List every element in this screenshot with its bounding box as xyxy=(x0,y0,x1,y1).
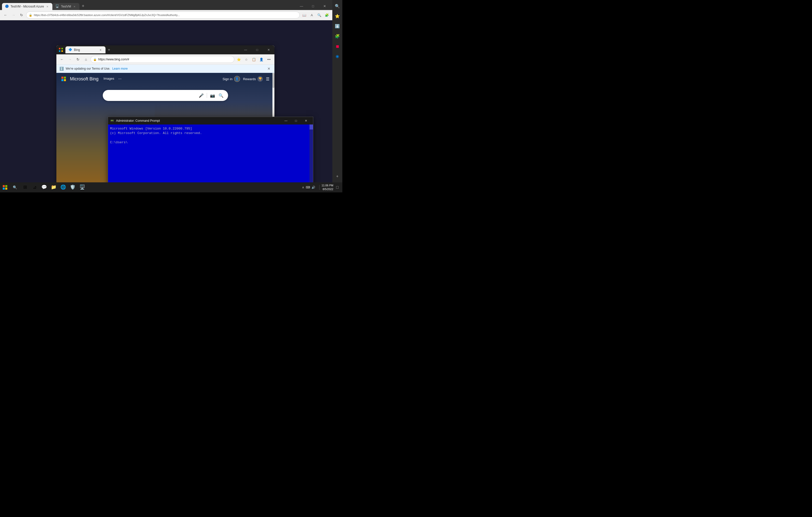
inner-tab-label-bing: Bing xyxy=(74,48,80,52)
bing-logo-squares xyxy=(61,77,66,81)
outer-minimize-button[interactable]: — xyxy=(296,2,307,10)
cmd-minimize-button[interactable]: — xyxy=(281,117,291,124)
outer-browser-window: 🔵 TestVM - Microsoft Azure ✕ 🖥️ TestVM ✕… xyxy=(0,0,332,192)
bing-voice-search-button[interactable]: 🎤 xyxy=(198,92,204,98)
taskbar-task-view-button[interactable]: ⊞ xyxy=(21,182,30,192)
sidebar-office-button[interactable]: ◼ xyxy=(333,42,341,50)
taskbar-edge-button[interactable]: 🌐 xyxy=(59,182,68,192)
cmd-titlebar: 📟 Administrator: Command Prompt — □ ✕ xyxy=(108,117,313,124)
outer-new-tab-button[interactable]: + xyxy=(80,2,86,9)
outer-search-icon[interactable]: 🔍 xyxy=(316,11,323,19)
inner-tab-favicon-bing: 🔷 xyxy=(68,48,72,52)
bing-header-right: Sign in 👤 Rewards 🏆 ☰ xyxy=(223,76,269,82)
outer-url-bar[interactable]: 🔒 https://bst-c375b4cb-e48d-b6ba3dc52fbf… xyxy=(26,11,300,19)
sidebar-favorites-button[interactable]: ⭐ xyxy=(333,12,341,20)
taskbar-widgets-button[interactable]: ⊿ xyxy=(30,182,39,192)
terminal-icon: 🖥️ xyxy=(79,184,85,190)
taskbar-edge-icon: 🌐 xyxy=(60,184,66,190)
windows-logo xyxy=(3,185,7,190)
notification-close-button[interactable]: ✕ xyxy=(266,66,271,71)
taskbar-chat-button[interactable]: 💬 xyxy=(39,182,49,192)
start-button[interactable] xyxy=(0,182,10,192)
inner-minimize-button[interactable]: — xyxy=(240,46,251,54)
taskbar-store-button[interactable]: 🛡️ xyxy=(68,182,77,192)
bing-rewards-icon: 🏆 xyxy=(257,76,263,82)
bing-image-search-button[interactable]: 📷 xyxy=(209,92,215,98)
file-explorer-icon: 📁 xyxy=(51,184,57,190)
inner-back-button[interactable]: ← xyxy=(58,56,65,63)
cmd-close-button[interactable]: ✕ xyxy=(301,117,311,124)
bing-logo-text: Microsoft Bing xyxy=(70,77,98,82)
sidebar-edge-button[interactable]: ◉ xyxy=(333,52,341,60)
inner-tab-close-bing[interactable]: ✕ xyxy=(98,48,103,52)
outer-back-button[interactable]: ← xyxy=(2,11,9,19)
taskbar-right-area: ∧ ⌨ 🔊 11:06 PM 8/5/2022 □ xyxy=(300,184,342,191)
outer-extensions-icon[interactable]: 🧩 xyxy=(323,11,330,19)
cmd-line-3 xyxy=(110,135,311,140)
bing-nav-images[interactable]: Images xyxy=(104,77,114,81)
cmd-line-2: (c) Microsoft Corporation. All rights re… xyxy=(110,131,311,135)
sidebar-search-button[interactable]: 🔍 xyxy=(333,2,341,10)
bing-rewards-text: Rewards xyxy=(243,77,256,81)
bing-signin-button[interactable]: Sign in 👤 xyxy=(223,76,240,82)
outer-close-button[interactable]: ✕ xyxy=(319,2,330,10)
bing-signin-avatar: 👤 xyxy=(234,76,240,82)
inner-refresh-button[interactable]: ↻ xyxy=(75,56,82,63)
system-tray-expand[interactable]: ∧ xyxy=(302,186,304,189)
cmd-title: Administrator: Command Prompt xyxy=(116,119,279,122)
outer-maximize-button[interactable]: □ xyxy=(307,2,319,10)
outer-tab-label-testvm: TestVM xyxy=(61,5,71,8)
cmd-maximize-button[interactable]: □ xyxy=(291,117,301,124)
sidebar-add-button[interactable]: + xyxy=(333,172,341,180)
cmd-line-1: Microsoft Windows [Version 10.0.22000.79… xyxy=(110,126,311,131)
inner-browser-toolbar: ← → ↻ ⌂ 🔒 https://www.bing.com/# ⭐ ☆ 📋 👤… xyxy=(56,54,274,65)
inner-close-button[interactable]: ✕ xyxy=(263,46,274,54)
show-desktop-button[interactable]: □ xyxy=(334,184,340,190)
sidebar-downloads-button[interactable]: ⬇️ xyxy=(333,22,341,30)
inner-maximize-button[interactable]: □ xyxy=(251,46,263,54)
outer-tab-testvm-azure[interactable]: 🔵 TestVM - Microsoft Azure ✕ xyxy=(2,3,52,10)
outer-tab-close-azure[interactable]: ✕ xyxy=(46,4,49,8)
outer-tab-bar: 🔵 TestVM - Microsoft Azure ✕ 🖥️ TestVM ✕… xyxy=(0,0,332,10)
widgets-icon: ⊿ xyxy=(32,184,37,190)
inner-forward-button[interactable]: → xyxy=(66,56,74,63)
svg-rect-10 xyxy=(61,50,63,52)
taskbar-file-explorer-button[interactable]: 📁 xyxy=(49,182,58,192)
inner-account-icon[interactable]: 👤 xyxy=(258,56,265,63)
taskbar-search-button[interactable]: 🔍 xyxy=(11,184,19,191)
bing-rewards-button[interactable]: Rewards 🏆 xyxy=(243,76,263,82)
bing-nav-more[interactable]: ··· xyxy=(118,77,121,81)
sidebar-extensions-button[interactable]: 🧩 xyxy=(333,32,341,40)
outer-url-text: https://bst-c375b4cb-e48d-b6ba3dc52fbf.b… xyxy=(34,13,180,17)
outer-tab-close-testvm[interactable]: ✕ xyxy=(72,4,77,8)
outer-refresh-button[interactable]: ↻ xyxy=(18,11,25,19)
store-icon: 🛡️ xyxy=(70,184,76,190)
svg-rect-9 xyxy=(59,50,60,52)
inner-collections-icon[interactable]: 📋 xyxy=(250,56,257,63)
inner-add-favorites-icon[interactable]: ☆ xyxy=(243,56,250,63)
volume-icon[interactable]: 🔊 xyxy=(312,186,315,189)
chat-icon: 💬 xyxy=(41,184,47,190)
bing-signin-text: Sign in xyxy=(223,77,233,81)
inner-tab-bing[interactable]: 🔷 Bing ✕ xyxy=(65,46,106,53)
task-view-icon: ⊞ xyxy=(22,184,28,190)
outer-reading-icon[interactable]: 📖 xyxy=(301,11,308,19)
inner-new-tab-button[interactable]: + xyxy=(106,46,113,53)
bing-search-button[interactable]: 🔍 xyxy=(218,92,224,98)
notification-learn-more-link[interactable]: Learn more xyxy=(112,67,127,70)
inner-browser-chrome: 🔷 Bing ✕ + — □ ✕ xyxy=(56,45,274,54)
inner-url-bar[interactable]: 🔒 https://www.bing.com/# xyxy=(90,56,234,63)
taskbar-terminal-button[interactable]: 🖥️ xyxy=(78,182,87,192)
inner-settings-icon[interactable]: ••• xyxy=(265,56,272,63)
desktop: Recycle Bin Microsoft Edge 🔵 Test xyxy=(0,0,342,192)
bing-search-input[interactable] xyxy=(107,93,195,97)
inner-home-button[interactable]: ⌂ xyxy=(83,56,89,63)
bing-menu-button[interactable]: ☰ xyxy=(266,77,269,82)
keyboard-icon[interactable]: ⌨ xyxy=(306,186,310,189)
outer-translate-icon[interactable]: A xyxy=(308,11,315,19)
inner-favorites-icon[interactable]: ⭐ xyxy=(235,56,242,63)
svg-rect-8 xyxy=(61,48,63,49)
outer-tab-testvm[interactable]: 🖥️ TestVM ✕ xyxy=(52,3,80,10)
taskbar-clock[interactable]: 11:06 PM 8/5/2022 xyxy=(322,184,333,191)
outer-forward-button[interactable]: → xyxy=(10,11,17,19)
